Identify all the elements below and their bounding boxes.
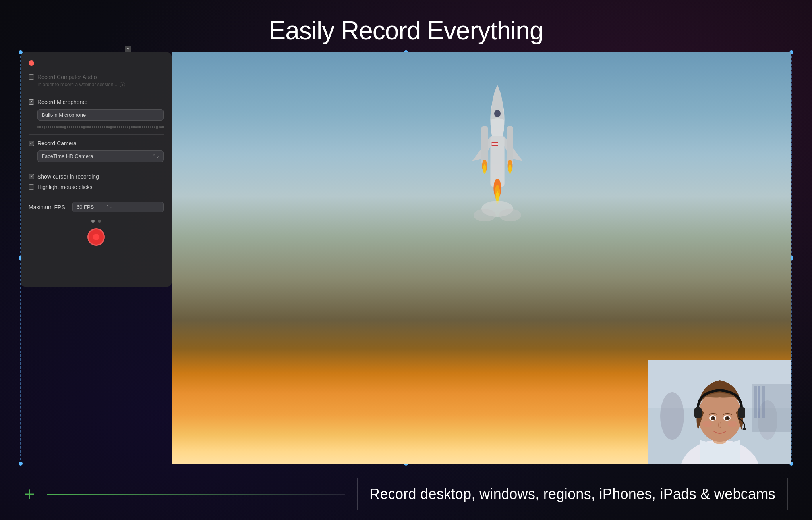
svg-rect-25 <box>762 386 765 418</box>
svg-point-17 <box>499 209 521 221</box>
camera-chevron-icon: ⌃⌄ <box>152 154 159 159</box>
svg-rect-35 <box>694 407 702 418</box>
svg-rect-3 <box>492 142 498 146</box>
fps-row: Maximum FPS: 60 FPS ⌃⌄ <box>29 202 164 212</box>
svg-point-20 <box>660 392 684 440</box>
shuttle-background: Width : 1366 Height : 768 Custom ... ⌄ <box>172 52 791 464</box>
record-camera-row[interactable]: Record Camera <box>29 140 164 146</box>
info-icon[interactable]: i <box>120 82 125 87</box>
svg-rect-5 <box>492 144 498 145</box>
svg-rect-7 <box>507 126 513 164</box>
svg-rect-22 <box>752 384 791 432</box>
audio-visualization <box>37 125 164 129</box>
svg-point-1 <box>494 110 501 117</box>
tagline-text: Record desktop, windows, regions, iPhone… <box>369 486 775 503</box>
traffic-light-close[interactable] <box>29 60 34 66</box>
highlight-clicks-checkbox[interactable] <box>29 184 34 190</box>
svg-point-33 <box>713 417 714 419</box>
info-text-content: In order to record a webinar session... <box>37 82 117 87</box>
svg-point-34 <box>727 417 729 419</box>
show-cursor-row[interactable]: Show cursor in recording <box>29 173 164 180</box>
show-cursor-checkbox[interactable] <box>29 174 34 179</box>
svg-point-28 <box>698 390 742 442</box>
info-row: In order to record a webinar session... … <box>37 82 164 87</box>
control-panel: Record Computer Audio In order to record… <box>21 52 172 287</box>
pagination-dots <box>29 220 164 223</box>
fps-chevron-icon: ⌃⌄ <box>106 204 113 210</box>
divider-1 <box>29 93 164 93</box>
webcam-person-image <box>648 360 791 464</box>
tagline-vertical-line <box>357 478 358 510</box>
microphone-value: Built-in Microphone <box>42 112 86 118</box>
camera-value: FaceTime HD Camera <box>42 153 93 159</box>
svg-rect-24 <box>758 386 760 418</box>
camera-select[interactable]: FaceTime HD Camera ⌃⌄ <box>37 150 164 162</box>
show-cursor-label: Show cursor in recording <box>37 173 99 180</box>
divider-3 <box>29 168 164 168</box>
record-computer-audio-row[interactable]: Record Computer Audio <box>29 74 164 80</box>
plus-icon: + <box>24 485 35 504</box>
record-computer-audio-checkbox[interactable] <box>29 74 34 80</box>
svg-rect-6 <box>481 126 488 164</box>
pagination-dot-1[interactable] <box>91 220 95 223</box>
record-camera-checkbox[interactable] <box>29 141 34 146</box>
record-button[interactable] <box>87 228 105 246</box>
pagination-dot-2[interactable] <box>98 220 101 223</box>
highlight-clicks-label: Highlight mouse clicks <box>37 184 93 190</box>
webcam-overlay <box>648 360 791 464</box>
fps-select[interactable]: 60 FPS ⌃⌄ <box>72 202 164 212</box>
tagline-vertical-line-right <box>787 478 788 510</box>
record-camera-label: Record Camera <box>37 140 77 146</box>
svg-point-9 <box>483 164 486 174</box>
svg-rect-4 <box>492 143 498 144</box>
record-microphone-label: Record Microphone: <box>37 99 87 105</box>
svg-point-37 <box>742 428 746 430</box>
divider-2 <box>29 134 164 135</box>
record-computer-audio-label: Record Computer Audio <box>37 74 97 80</box>
fps-value: 60 FPS <box>77 204 94 210</box>
svg-point-39 <box>728 421 737 427</box>
divider-4 <box>29 196 164 196</box>
fps-label: Maximum FPS: <box>29 204 68 210</box>
record-microphone-checkbox[interactable] <box>29 99 34 105</box>
svg-point-38 <box>702 421 712 427</box>
svg-rect-36 <box>738 407 745 418</box>
recording-selection-area: ✕ Record Computer Audio In order to reco… <box>20 52 792 464</box>
record-microphone-row[interactable]: Record Microphone: <box>29 99 164 105</box>
record-button-icon <box>93 234 99 240</box>
record-button-container <box>29 228 164 246</box>
svg-point-16 <box>474 209 496 221</box>
shuttle-image <box>458 72 537 231</box>
page-title: Easily Record Everything <box>0 0 812 57</box>
svg-point-11 <box>508 164 512 174</box>
svg-rect-23 <box>754 386 757 418</box>
tagline-section: + Record desktop, windows, regions, iPho… <box>0 468 812 520</box>
handle-bot-left[interactable] <box>19 462 23 466</box>
highlight-clicks-row[interactable]: Highlight mouse clicks <box>29 184 164 190</box>
tagline-line <box>47 494 345 495</box>
microphone-select[interactable]: Built-in Microphone <box>37 109 164 121</box>
